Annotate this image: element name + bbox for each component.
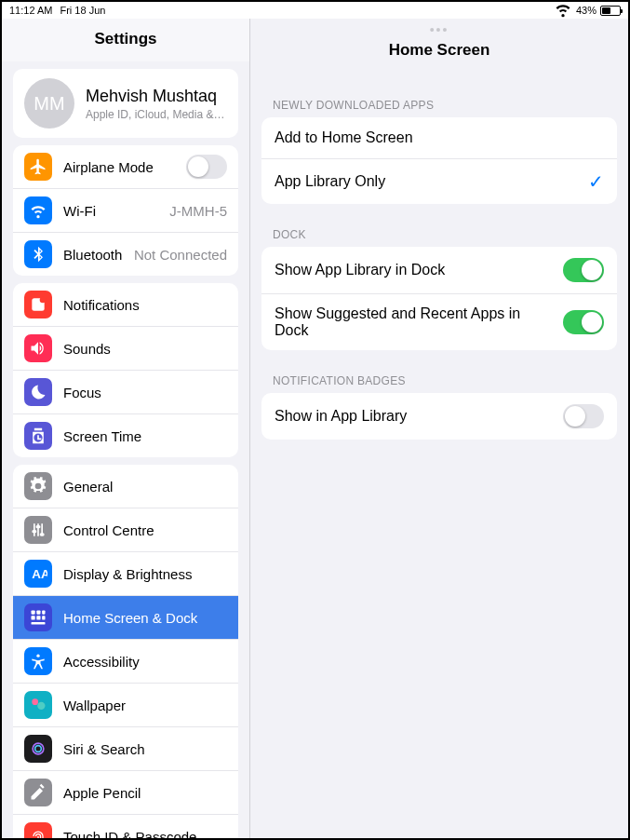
sidebar-item-focus[interactable]: Focus [13,370,238,413]
detail-row[interactable]: App Library Only✓ [261,158,617,204]
sidebar-item-airplane[interactable]: Airplane Mode [13,145,238,188]
svg-point-11 [32,698,38,705]
sidebar-item-label: Bluetooth [63,247,123,263]
battery-icon [600,6,621,16]
status-date: Fri 18 Jun [60,5,105,16]
svg-rect-7 [36,616,40,619]
svg-text:AA: AA [32,567,47,581]
detail-row[interactable]: Add to Home Screen [261,117,617,158]
section-header: Notification Badges [250,358,628,393]
display-icon: AA [24,560,52,588]
svg-rect-8 [42,616,45,619]
detail-row-label: App Library Only [275,173,577,190]
touchid-icon [24,822,52,838]
airplane-icon [24,153,52,181]
detail-row-label: Add to Home Screen [275,129,604,146]
detail-row[interactable]: Show in App Library [261,393,617,440]
sidebar-item-pencil[interactable]: Apple Pencil [13,770,238,814]
sidebar-item-accessory: J-MMH-5 [169,203,227,219]
section-header: Dock [250,211,628,247]
sidebar-item-bluetooth[interactable]: BluetoothNot Connected [13,232,238,276]
sidebar-item-control[interactable]: Control Centre [13,508,238,551]
sidebar-item-accessory: Not Connected [134,247,227,263]
notifications-icon [24,291,52,318]
sounds-icon [24,334,52,362]
sidebar-item-display[interactable]: AADisplay & Brightness [13,551,238,595]
sidebar-item-home[interactable]: Home Screen & Dock [13,595,238,639]
sidebar-group: NotificationsSoundsFocusScreen Time [13,283,238,457]
sidebar-item-label: Sounds [63,341,227,357]
screentime-icon [24,422,52,450]
sidebar-group: Airplane ModeWi-FiJ-MMH-5BluetoothNot Co… [13,145,238,276]
sidebar-item-label: Focus [63,385,227,400]
status-battery: 43% [576,5,596,16]
sidebar-item-label: Wallpaper [63,698,227,713]
detail-group: Show in App Library [261,393,617,440]
sidebar-item-accessibility[interactable]: Accessibility [13,639,238,683]
bluetooth-icon [24,240,52,268]
svg-rect-9 [32,622,46,625]
sidebar-item-label: Apple Pencil [63,785,227,801]
detail-toggle[interactable] [563,310,604,334]
general-icon [24,472,52,500]
svg-point-12 [37,702,45,710]
sidebar-item-label: Control Centre [63,522,227,538]
detail-row[interactable]: Show App Library in Dock [261,247,617,293]
status-bar: 11:12 AM Fri 18 Jun 43% [2,2,628,19]
avatar: MM [24,78,74,129]
sidebar-group: GeneralControl CentreAADisplay & Brightn… [13,465,238,838]
sidebar-item-label: Accessibility [63,654,227,670]
sidebar-item-wifi[interactable]: Wi-FiJ-MMH-5 [13,188,238,232]
sidebar-item-sounds[interactable]: Sounds [13,326,238,370]
svg-point-1 [40,297,47,304]
sidebar-item-label: Display & Brightness [63,566,227,582]
sidebar-item-label: Notifications [63,297,227,313]
sidebar-item-wallpaper[interactable]: Wallpaper [13,683,238,726]
wifi-icon [24,196,52,224]
sidebar-item-label: Touch ID & Passcode [63,829,227,839]
detail-title: Home Screen [250,37,628,82]
sidebar-item-label: Airplane Mode [63,159,175,175]
svg-point-14 [35,746,42,752]
svg-point-10 [36,655,39,657]
svg-rect-3 [32,611,35,615]
detail-pane: ••• Home Screen Newly Downloaded AppsAdd… [250,19,628,838]
profile-sub: Apple ID, iCloud, Media &… [86,108,227,121]
detail-toggle[interactable] [563,258,604,282]
svg-rect-5 [42,611,45,615]
home-icon [24,603,52,631]
sidebar-item-siri[interactable]: Siri & Search [13,726,238,770]
sidebar-item-general[interactable]: General [13,465,238,508]
svg-rect-6 [32,616,35,619]
detail-row[interactable]: Show Suggested and Recent Apps in Dock [261,293,617,350]
sidebar-item-label: Screen Time [63,428,227,444]
svg-rect-4 [36,611,40,615]
accessibility-icon [24,647,52,675]
detail-row-label: Show in App Library [275,408,552,425]
detail-toggle[interactable] [563,404,604,428]
sidebar-item-label: General [63,479,227,495]
airplane-toggle[interactable] [186,155,227,179]
sidebar-item-label: Wi-Fi [63,203,158,219]
siri-icon [24,735,52,763]
profile-row[interactable]: MM Mehvish Mushtaq Apple ID, iCloud, Med… [13,69,238,138]
detail-dots-icon[interactable]: ••• [250,19,628,37]
section-header: Newly Downloaded Apps [250,82,628,117]
settings-sidebar: Settings MM Mehvish Mushtaq Apple ID, iC… [2,19,250,838]
control-icon [24,516,52,544]
profile-name: Mehvish Mushtaq [86,87,227,106]
detail-row-label: Show App Library in Dock [275,262,552,278]
sidebar-item-label: Siri & Search [63,741,227,757]
sidebar-item-notifications[interactable]: Notifications [13,283,238,326]
wallpaper-icon [24,691,52,719]
sidebar-item-label: Home Screen & Dock [63,610,227,626]
focus-icon [24,378,52,406]
sidebar-item-screentime[interactable]: Screen Time [13,413,238,457]
pencil-icon [24,779,52,806]
detail-group: Add to Home ScreenApp Library Only✓ [261,117,617,204]
detail-row-label: Show Suggested and Recent Apps in Dock [275,305,552,339]
checkmark-icon: ✓ [588,170,604,193]
status-time: 11:12 AM [9,5,52,16]
sidebar-item-touchid[interactable]: Touch ID & Passcode [13,814,238,838]
wifi-icon [554,0,572,20]
